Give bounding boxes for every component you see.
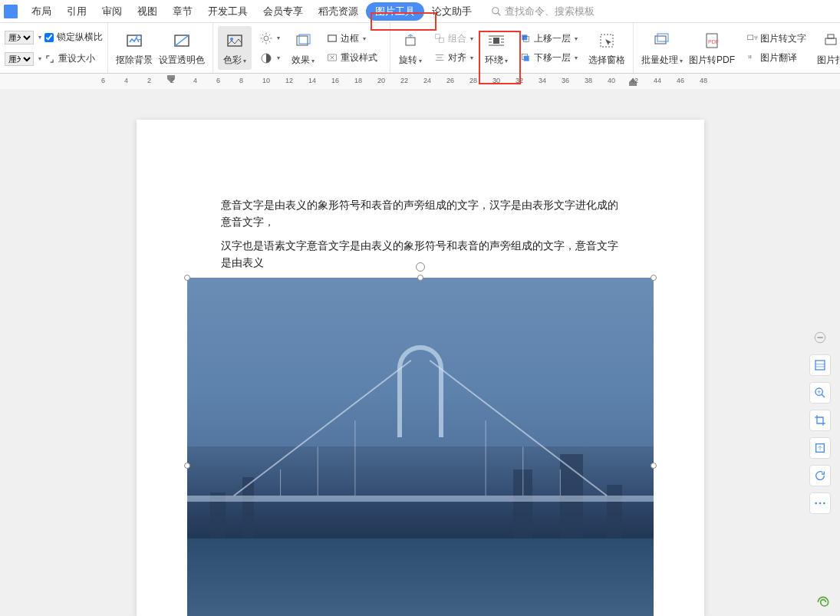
svg-text:PDF: PDF [708, 39, 719, 44]
bring-forward-button[interactable]: 上移一层▾ [516, 31, 581, 47]
svg-point-68 [819, 502, 822, 505]
adjust-controls: ▾ ▾ [252, 30, 288, 67]
align-button[interactable]: 对齐▾ [430, 50, 476, 66]
ruler-tick: 10 [262, 77, 270, 84]
refresh-icon [814, 469, 826, 482]
img-to-text-button[interactable]: 字图片转文字 [743, 31, 809, 47]
side-zoom-button[interactable] [809, 382, 831, 404]
ocr-icon: 字 [746, 33, 758, 44]
compress-icon [814, 442, 826, 454]
tab-devtools[interactable]: 开发工具 [200, 2, 255, 21]
chevron-down-icon: ▾ [38, 55, 41, 62]
svg-line-14 [269, 41, 271, 42]
unit-select-2[interactable]: 厘米 [5, 52, 34, 66]
svg-line-13 [262, 34, 264, 35]
resize-handle-tc[interactable] [417, 275, 423, 281]
img-translate-button[interactable]: 译图片翻译 [743, 50, 809, 66]
resize-handle-tl[interactable] [184, 275, 190, 281]
ruler-tick: 4 [193, 77, 197, 84]
img-to-pdf-button[interactable]: PDF 图片转PDF [686, 28, 738, 68]
side-layout-button[interactable] [809, 354, 831, 376]
reset-style-button[interactable]: 重设样式 [323, 50, 380, 66]
tab-resources[interactable]: 稻壳资源 [311, 2, 366, 21]
img-print-button[interactable]: 图片打 [814, 28, 840, 68]
ruler-tick: 48 [700, 77, 707, 84]
svg-text:字: 字 [754, 35, 758, 40]
bring-forward-icon [519, 33, 532, 44]
layer-col: 上移一层▾ 下移一层▾ [512, 31, 585, 66]
side-refresh-button[interactable] [809, 465, 831, 486]
svg-point-67 [815, 502, 817, 505]
tab-review[interactable]: 审阅 [94, 2, 130, 21]
transparent-color-button[interactable]: 设置透明色 [156, 28, 208, 68]
ribbon-group-arrange: 旋转▾ 组合▾ 对齐▾ 环绕▾ 上移一层▾ 下移一层▾ 选择窗格 [390, 23, 634, 73]
zoom-in-icon [814, 387, 826, 399]
remove-bg-button[interactable]: 抠除背景 [113, 28, 156, 68]
brightness-button[interactable]: ▾ [256, 30, 283, 47]
ruler-tick: 38 [585, 77, 592, 84]
tab-picture-tools[interactable]: 图片工具 [366, 2, 424, 21]
ruler-tick: 8 [239, 77, 243, 84]
page: 意音文字是由表义的象形符号和表音的声旁组成的文字，汉字是由表形文字进化成的意音文… [137, 120, 704, 616]
svg-line-50 [430, 360, 607, 495]
lock-aspect-checkbox[interactable] [44, 33, 54, 42]
image-selection[interactable] [137, 278, 704, 616]
translate-icon: 译 [746, 52, 758, 63]
resize-handle-tr[interactable] [651, 275, 657, 281]
ruler-tick: 40 [608, 77, 615, 84]
chevron-down-icon: ▾ [277, 54, 280, 61]
batch-process-button[interactable]: 批量处理▾ [638, 28, 686, 68]
group-icon [433, 33, 446, 44]
send-backward-icon [519, 52, 532, 63]
chevron-down-icon: ▾ [470, 54, 473, 61]
tab-references[interactable]: 引用 [59, 2, 94, 21]
ruler-tick: 44 [654, 77, 661, 84]
svg-rect-20 [328, 35, 337, 41]
tab-view[interactable]: 视图 [130, 2, 165, 21]
border-button[interactable]: 边框▾ [323, 31, 380, 47]
ribbon-group-color: 色彩▾ ▾ ▾ 效果▾ 边框▾ 重设样式 [213, 23, 390, 73]
ribbon-group-size: 厘米 ▾ 锁定纵横比 厘米 ▾ 重设大小 [0, 23, 108, 73]
ribbon-group-process: 批量处理▾ PDF 图片转PDF 字图片转文字 译图片翻译 图片打 [634, 23, 840, 73]
svg-line-63 [822, 394, 825, 397]
send-backward-button[interactable]: 下移一层▾ [516, 50, 581, 66]
reset-size-label: 重设大小 [58, 52, 95, 65]
inserted-image[interactable] [187, 278, 654, 616]
tab-sections[interactable]: 章节 [165, 2, 200, 21]
color-button[interactable]: 色彩▾ [218, 26, 252, 70]
ruler-tick: 24 [423, 77, 431, 84]
ruler-tick: 14 [308, 77, 316, 84]
resize-handle-mr[interactable] [651, 463, 657, 469]
tab-layout[interactable]: 布局 [24, 2, 59, 21]
wrap-button[interactable]: 环绕▾ [481, 28, 512, 68]
contrast-button[interactable]: ▾ [256, 50, 283, 67]
chevron-down-icon: ▾ [575, 54, 578, 61]
resize-handle-ml[interactable] [184, 463, 190, 469]
ruler-tick: 42 [631, 77, 638, 84]
minus-circle-icon [813, 331, 827, 344]
selection-pane-button[interactable]: 选择窗格 [585, 28, 628, 68]
effects-button[interactable]: 效果▾ [288, 28, 318, 68]
rotate-handle[interactable] [416, 262, 425, 272]
ribbon-group-bg: 抠除背景 设置透明色 [108, 23, 213, 73]
svg-rect-40 [655, 36, 666, 44]
unit-select[interactable]: 厘米 [5, 31, 34, 44]
search-box[interactable]: 查找命令、搜索模板 [491, 5, 595, 18]
wrap-icon [486, 31, 506, 50]
svg-rect-47 [825, 38, 836, 44]
rotate-button[interactable]: 旋转▾ [395, 28, 426, 68]
pdf-icon: PDF [703, 31, 721, 50]
side-compress-button[interactable] [809, 437, 831, 459]
chevron-down-icon: ▾ [38, 34, 41, 41]
svg-point-1 [492, 7, 499, 13]
tab-paper-assist[interactable]: 论文助手 [424, 2, 479, 21]
reset-style-icon [326, 52, 338, 63]
tab-member[interactable]: 会员专享 [255, 2, 311, 21]
side-more-button[interactable] [809, 492, 831, 514]
group-button[interactable]: 组合▾ [430, 31, 476, 47]
side-crop-button[interactable] [809, 410, 831, 431]
transparent-color-icon [172, 31, 192, 50]
side-collapse-button[interactable] [809, 327, 831, 348]
svg-rect-22 [406, 38, 415, 45]
paragraph-line-1[interactable]: 意音文字是由表义的象形符号和表音的声旁组成的文字，汉字是由表形文字进化成的意音文… [221, 196, 620, 231]
